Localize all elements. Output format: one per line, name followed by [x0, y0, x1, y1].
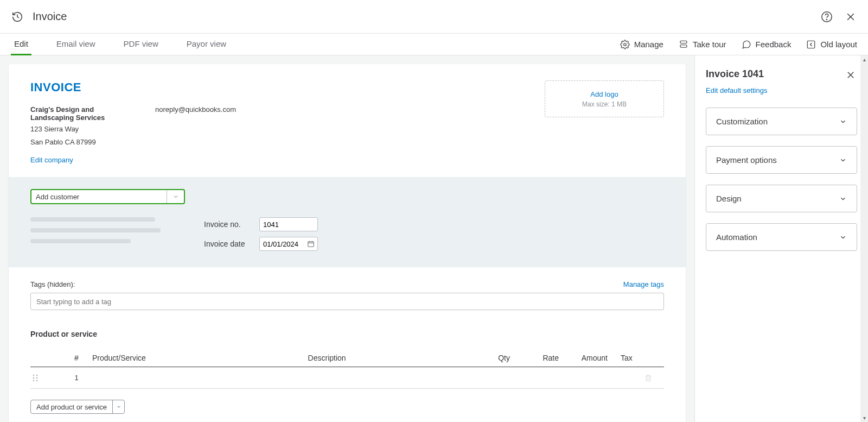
col-description: Description [306, 349, 463, 367]
invoice-no-input[interactable] [259, 217, 318, 231]
side-panel-close-icon[interactable] [844, 68, 857, 81]
col-number: # [63, 349, 90, 367]
invoice-card: INVOICE Craig's Design and Landscaping S… [9, 64, 686, 422]
col-amount: Amount [561, 349, 610, 367]
accordion-customization[interactable]: Customization [706, 108, 857, 135]
gear-icon [620, 40, 630, 49]
tab-pdf-view[interactable]: PDF view [120, 34, 162, 55]
invoice-date-label: Invoice date [204, 240, 250, 248]
svg-rect-5 [680, 41, 687, 43]
placeholder-skeleton [30, 228, 161, 232]
add-product-split-button: Add product or service [30, 400, 125, 414]
accordion-label: Automation [716, 232, 757, 242]
company-address-line1: 123 Sierra Way [30, 124, 117, 135]
tab-edit[interactable]: Edit [11, 34, 31, 55]
outer-scrollbar[interactable]: ▴ ▾ [860, 55, 868, 422]
edit-default-settings-link[interactable]: Edit default settings [706, 86, 767, 95]
tags-label: Tags (hidden): [30, 280, 75, 288]
svg-point-12 [33, 374, 35, 376]
delete-row-icon[interactable] [642, 367, 664, 389]
add-logo-link[interactable]: Add logo [590, 90, 618, 98]
feedback-label: Feedback [756, 40, 792, 49]
add-product-dropdown[interactable] [112, 400, 124, 413]
chevron-down-icon[interactable] [167, 190, 184, 203]
old-layout-label: Old layout [820, 40, 857, 49]
svg-rect-6 [680, 45, 687, 47]
edit-company-link[interactable]: Edit company [30, 156, 117, 164]
add-customer-combobox[interactable]: Add customer [30, 189, 185, 204]
calendar-icon[interactable] [307, 240, 315, 248]
lines-section-heading: Product or service [30, 330, 664, 338]
svg-point-14 [33, 377, 35, 379]
placeholder-skeleton [30, 239, 131, 243]
col-product: Product/Service [90, 349, 306, 367]
chevron-down-icon [839, 234, 847, 241]
svg-point-17 [36, 380, 38, 381]
customer-placeholder: Add customer [36, 193, 79, 201]
page-title: Invoice [33, 10, 67, 23]
company-address-line2: San Pablo CA 87999 [30, 137, 117, 148]
old-layout-icon [806, 40, 816, 49]
tour-icon [679, 40, 688, 49]
history-icon[interactable] [11, 10, 24, 23]
chevron-down-icon [839, 195, 847, 203]
col-tax: Tax [610, 349, 642, 367]
drag-handle-icon[interactable] [30, 367, 63, 389]
side-panel-title: Invoice 1041 [706, 68, 764, 80]
feedback-action[interactable]: Feedback [742, 40, 792, 49]
feedback-icon [742, 40, 751, 49]
invoice-no-label: Invoice no. [204, 220, 250, 229]
tab-email-view[interactable]: Email view [53, 34, 99, 55]
editor-scroll-pane[interactable]: INVOICE Craig's Design and Landscaping S… [0, 55, 694, 422]
accordion-design[interactable]: Design [706, 185, 857, 212]
company-email: noreply@quickbooks.com [155, 105, 236, 164]
window-header: Invoice [0, 0, 868, 34]
old-layout-action[interactable]: Old layout [806, 40, 857, 49]
col-rate: Rate [512, 349, 561, 367]
svg-rect-7 [808, 41, 815, 48]
accordion-label: Customization [716, 117, 768, 126]
accordion-label: Payment options [716, 155, 777, 165]
close-icon[interactable] [844, 10, 857, 23]
scroll-down-icon[interactable]: ▾ [863, 415, 866, 421]
scroll-up-icon[interactable]: ▴ [863, 56, 866, 62]
add-product-button[interactable]: Add product or service [31, 400, 112, 413]
settings-side-panel: Invoice 1041 Edit default settings Custo… [694, 55, 868, 422]
svg-point-1 [826, 19, 827, 20]
svg-point-4 [623, 43, 626, 46]
manage-label: Manage [634, 40, 663, 49]
tab-toolbar-row: Edit Email view PDF view Payor view Mana… [0, 34, 868, 55]
row-number: 1 [63, 367, 90, 389]
invoice-heading: INVOICE [30, 80, 236, 95]
manage-tags-link[interactable]: Manage tags [623, 280, 664, 288]
accordion-payment-options[interactable]: Payment options [706, 146, 857, 174]
help-icon[interactable] [820, 10, 833, 23]
tags-input[interactable] [30, 293, 664, 310]
accordion-automation[interactable]: Automation [706, 223, 857, 251]
chevron-down-icon [839, 118, 847, 125]
table-row[interactable]: 1 [30, 367, 664, 389]
logo-size-hint: Max size: 1 MB [582, 100, 627, 108]
placeholder-skeleton [30, 217, 155, 222]
svg-rect-8 [308, 242, 314, 247]
svg-point-13 [36, 374, 38, 376]
col-qty: Qty [463, 349, 512, 367]
line-items-table: # Product/Service Description Qty Rate A… [30, 349, 664, 389]
svg-point-15 [36, 377, 38, 379]
svg-point-16 [33, 380, 35, 381]
tab-payor-view[interactable]: Payor view [183, 34, 229, 55]
accordion-label: Design [716, 194, 742, 203]
take-tour-label: Take tour [693, 40, 726, 49]
manage-action[interactable]: Manage [620, 40, 663, 49]
take-tour-action[interactable]: Take tour [679, 40, 726, 49]
chevron-down-icon [839, 156, 847, 164]
logo-upload-box[interactable]: Add logo Max size: 1 MB [545, 80, 664, 117]
company-name: Craig's Design and Landscaping Services [30, 105, 117, 122]
